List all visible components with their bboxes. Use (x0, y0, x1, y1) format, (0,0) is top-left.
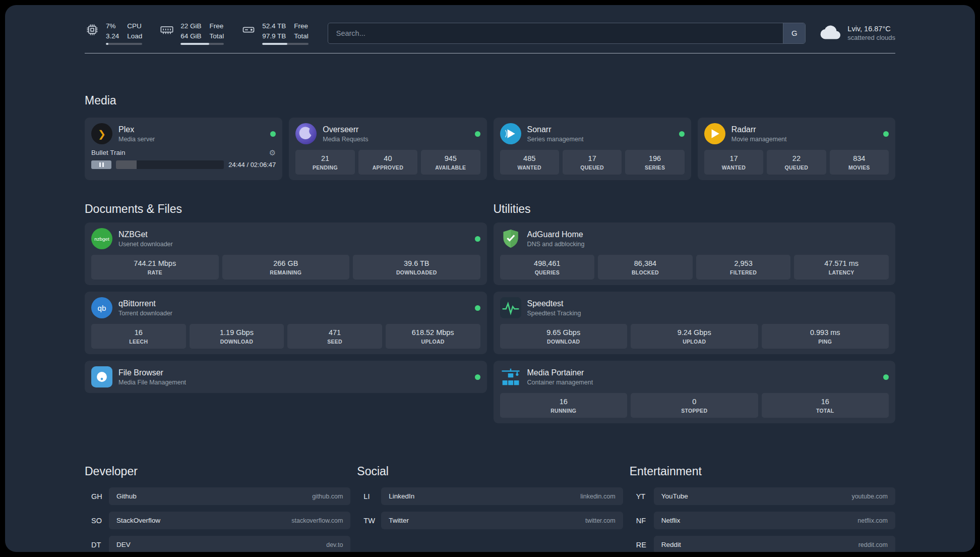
disk-free-value: 52.4 TB (262, 21, 286, 31)
bookmark-group-entertainment: Entertainment YT YouTube youtube.com NF … (630, 465, 895, 552)
stat-label: LEECH (92, 339, 185, 345)
service-card-radarr[interactable]: Radarr Movie management 17 WANTED 22 QUE… (698, 118, 895, 180)
bookmark-url: youtube.com (851, 493, 888, 500)
service-card-plex[interactable]: ❯ Plex Media server Bullet Train ⚙ (85, 118, 282, 180)
stat-label: STOPPED (632, 408, 757, 414)
stat-label: DOWNLOAD (501, 339, 627, 345)
stat-tile: 9.24 Gbps UPLOAD (631, 324, 758, 349)
stat-value: 9.65 Gbps (501, 328, 627, 337)
service-card-overseerr[interactable]: Overseerr Media Requests 21 PENDING 40 A… (289, 118, 486, 180)
bookmark-youtube[interactable]: YT YouTube youtube.com (630, 487, 895, 505)
stat-label: QUERIES (501, 269, 594, 275)
pause-button[interactable] (91, 160, 111, 169)
stat-value: 945 (422, 154, 479, 162)
status-dot (475, 236, 480, 242)
stat-tile: 471 SEED (287, 324, 382, 349)
svg-text:nzbget: nzbget (94, 236, 109, 242)
service-card-speedtest[interactable]: Speedtest Speedtest Tracking 9.65 Gbps D… (494, 292, 896, 354)
service-name: Speedtest (527, 299, 581, 308)
status-dot (270, 131, 276, 137)
dashboard: 7% 3.24 CPU Load (5, 5, 975, 552)
stat-tile: 16 LEECH (91, 324, 186, 349)
stat-tile: 86,384 BLOCKED (598, 255, 693, 280)
disk-icon (241, 22, 256, 37)
cpu-usage-bar (106, 43, 142, 45)
bookmark-pill: LinkedIn linkedin.com (381, 487, 623, 505)
memory-free-value: 22 GiB (180, 21, 201, 31)
stat-label: UPLOAD (387, 339, 479, 345)
section-title-developer: Developer (85, 465, 350, 478)
section-utilities: Utilities AdGuard Home DNS and adblockin… (494, 202, 896, 423)
service-name: AdGuard Home (527, 230, 585, 239)
now-playing-widget: Bullet Train ⚙ 24:44 / 02:06:47 (91, 149, 276, 169)
bookmark-github[interactable]: GH Github github.com (85, 487, 350, 505)
bookmark-pill: Twitter twitter.com (381, 512, 623, 529)
service-description: Usenet downloader (118, 241, 173, 248)
overseerr-icon (295, 123, 317, 144)
service-name: Radarr (731, 125, 787, 134)
stat-value: 266 GB (223, 259, 349, 267)
search-input[interactable] (328, 23, 806, 44)
stat-label: AVAILABLE (422, 164, 479, 171)
plex-icon: ❯ (91, 123, 112, 144)
stat-label: TOTAL (763, 408, 888, 414)
bookmark-name: LinkedIn (389, 492, 414, 500)
bookmark-reddit[interactable]: RE Reddit reddit.com (630, 536, 895, 552)
bookmark-name: DEV (116, 541, 131, 548)
bookmark-stackoverflow[interactable]: SO StackOverflow stackoverflow.com (85, 512, 350, 529)
stat-label: PENDING (296, 164, 353, 171)
stat-value: 16 (92, 328, 185, 337)
stat-value: 2,953 (697, 259, 790, 267)
service-card-adguard-home[interactable]: AdGuard Home DNS and adblocking 498,461 … (494, 222, 896, 285)
stat-value: 618.52 Mbps (387, 328, 479, 337)
stat-label: UPLOAD (632, 339, 757, 345)
bookmark-group-social: Social LI LinkedIn linkedin.com TW Twitt… (357, 465, 623, 536)
service-card-media-portainer[interactable]: Media Portainer Container management 16 … (494, 361, 896, 423)
bookmark-pill: Netflix netflix.com (654, 512, 895, 529)
bookmark-abbr: YT (630, 492, 654, 500)
service-description: Container management (527, 379, 593, 386)
stat-tile: 834 MOVIES (830, 150, 889, 175)
memory-free-label: Free (210, 21, 224, 31)
gear-icon[interactable]: ⚙ (269, 149, 276, 156)
bookmark-url: stackoverflow.com (291, 517, 343, 524)
stat-value: 485 (501, 154, 558, 162)
status-dot (679, 131, 685, 137)
status-dot (475, 374, 480, 380)
bookmark-netflix[interactable]: NF Netflix netflix.com (630, 512, 895, 529)
stat-value: 498,461 (501, 259, 594, 267)
stat-label: RUNNING (501, 408, 627, 414)
stat-value: 744.21 Mbps (92, 259, 218, 267)
cpu-load-value: 3.24 (106, 31, 119, 41)
bookmark-abbr: TW (357, 517, 381, 525)
cpu-label: CPU (127, 21, 142, 31)
stat-value: 17 (564, 154, 621, 162)
disk-total-label: Total (294, 31, 309, 41)
bookmark-twitter[interactable]: TW Twitter twitter.com (357, 512, 623, 529)
memory-icon (159, 22, 174, 37)
stat-value: 0.993 ms (763, 328, 888, 337)
service-name: NZBGet (118, 230, 173, 239)
bookmark-pill: DEV dev.to (109, 536, 350, 552)
stat-tile: 9.65 Gbps DOWNLOAD (500, 324, 628, 349)
disk-widget: 52.4 TB 97.9 TB Free Total (241, 21, 309, 45)
service-card-qbittorrent[interactable]: qb qBittorrent Torrent downloader 16 LEE… (85, 292, 487, 354)
bookmark-dev[interactable]: DT DEV dev.to (85, 536, 350, 552)
stat-value: 21 (296, 154, 353, 162)
stat-label: QUEUED (768, 164, 825, 171)
nzbget-icon: nzbget (91, 228, 112, 249)
now-playing-title: Bullet Train (91, 149, 126, 156)
bookmark-name: Reddit (661, 541, 681, 548)
service-description: DNS and adblocking (527, 241, 585, 248)
service-card-nzbget[interactable]: nzbget NZBGet Usenet downloader 744.21 M… (85, 222, 487, 285)
service-card-file-browser[interactable]: File Browser Media File Management (85, 361, 487, 393)
stat-value: 471 (288, 328, 381, 337)
stat-tile: 16 RUNNING (500, 393, 628, 418)
service-card-sonarr[interactable]: Sonarr Series management 485 WANTED 17 Q… (494, 118, 691, 180)
stat-label: WANTED (705, 164, 762, 171)
stat-value: 39.6 TB (354, 259, 479, 267)
search-provider-button[interactable]: G (783, 23, 805, 43)
bookmark-linkedin[interactable]: LI LinkedIn linkedin.com (357, 487, 623, 505)
section-title-entertainment: Entertainment (630, 465, 895, 478)
playback-progress-bar[interactable] (116, 160, 224, 169)
